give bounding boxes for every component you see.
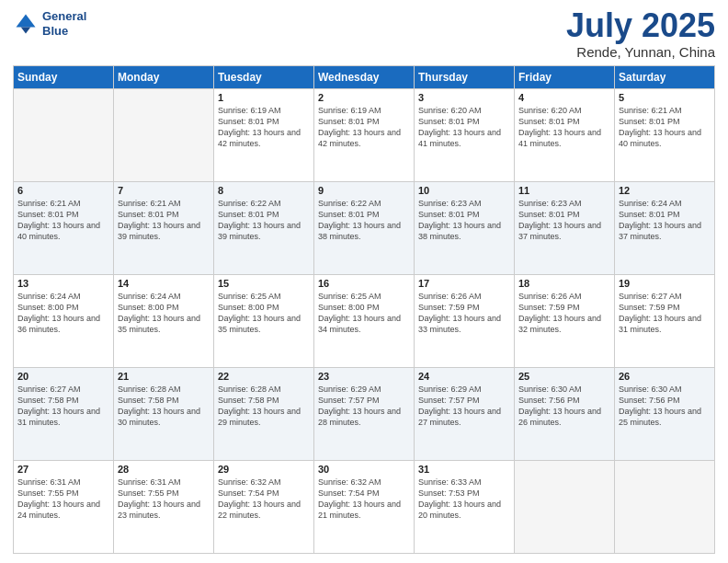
col-tuesday: Tuesday bbox=[214, 66, 314, 89]
table-row: 11Sunrise: 6:23 AM Sunset: 8:01 PM Dayli… bbox=[515, 182, 615, 275]
table-row: 23Sunrise: 6:29 AM Sunset: 7:57 PM Dayli… bbox=[314, 368, 415, 461]
day-info: Sunrise: 6:24 AM Sunset: 8:01 PM Dayligh… bbox=[619, 198, 711, 243]
day-info: Sunrise: 6:31 AM Sunset: 7:55 PM Dayligh… bbox=[118, 477, 210, 522]
calendar-week-row: 27Sunrise: 6:31 AM Sunset: 7:55 PM Dayli… bbox=[14, 461, 715, 554]
day-number: 1 bbox=[218, 92, 310, 103]
table-row bbox=[515, 461, 615, 554]
col-thursday: Thursday bbox=[415, 66, 515, 89]
table-row: 24Sunrise: 6:29 AM Sunset: 7:57 PM Dayli… bbox=[415, 368, 515, 461]
day-number: 28 bbox=[118, 464, 210, 475]
col-sunday: Sunday bbox=[14, 66, 114, 89]
day-number: 7 bbox=[118, 185, 210, 196]
day-number: 4 bbox=[518, 92, 610, 103]
table-row: 26Sunrise: 6:30 AM Sunset: 7:56 PM Dayli… bbox=[615, 368, 715, 461]
day-number: 9 bbox=[318, 185, 410, 196]
day-number: 22 bbox=[218, 371, 310, 382]
day-number: 14 bbox=[118, 278, 210, 289]
day-info: Sunrise: 6:27 AM Sunset: 7:59 PM Dayligh… bbox=[619, 291, 711, 336]
table-row: 21Sunrise: 6:28 AM Sunset: 7:58 PM Dayli… bbox=[114, 368, 214, 461]
day-info: Sunrise: 6:32 AM Sunset: 7:54 PM Dayligh… bbox=[318, 477, 410, 522]
day-info: Sunrise: 6:29 AM Sunset: 7:57 PM Dayligh… bbox=[318, 384, 410, 429]
table-row: 9Sunrise: 6:22 AM Sunset: 8:01 PM Daylig… bbox=[314, 182, 415, 275]
table-row: 19Sunrise: 6:27 AM Sunset: 7:59 PM Dayli… bbox=[615, 275, 715, 368]
table-row: 14Sunrise: 6:24 AM Sunset: 8:00 PM Dayli… bbox=[114, 275, 214, 368]
day-info: Sunrise: 6:22 AM Sunset: 8:01 PM Dayligh… bbox=[218, 198, 310, 243]
table-row: 25Sunrise: 6:30 AM Sunset: 7:56 PM Dayli… bbox=[515, 368, 615, 461]
day-info: Sunrise: 6:30 AM Sunset: 7:56 PM Dayligh… bbox=[619, 384, 711, 429]
table-row: 8Sunrise: 6:22 AM Sunset: 8:01 PM Daylig… bbox=[214, 182, 314, 275]
logo: General Blue bbox=[13, 9, 86, 38]
day-info: Sunrise: 6:26 AM Sunset: 7:59 PM Dayligh… bbox=[418, 291, 510, 336]
day-info: Sunrise: 6:21 AM Sunset: 8:01 PM Dayligh… bbox=[118, 198, 210, 243]
day-number: 17 bbox=[418, 278, 510, 289]
table-row: 29Sunrise: 6:32 AM Sunset: 7:54 PM Dayli… bbox=[214, 461, 314, 554]
calendar-week-row: 6Sunrise: 6:21 AM Sunset: 8:01 PM Daylig… bbox=[14, 182, 715, 275]
day-info: Sunrise: 6:24 AM Sunset: 8:00 PM Dayligh… bbox=[17, 291, 109, 336]
table-row bbox=[615, 461, 715, 554]
table-row bbox=[14, 89, 114, 182]
table-row: 4Sunrise: 6:20 AM Sunset: 8:01 PM Daylig… bbox=[515, 89, 615, 182]
title-block: July 2025 Rende, Yunnan, China bbox=[566, 9, 715, 60]
col-friday: Friday bbox=[515, 66, 615, 89]
table-row: 6Sunrise: 6:21 AM Sunset: 8:01 PM Daylig… bbox=[14, 182, 114, 275]
day-number: 15 bbox=[218, 278, 310, 289]
day-info: Sunrise: 6:21 AM Sunset: 8:01 PM Dayligh… bbox=[17, 198, 109, 243]
page: General Blue July 2025 Rende, Yunnan, Ch… bbox=[0, 0, 728, 563]
day-number: 6 bbox=[17, 185, 109, 196]
day-info: Sunrise: 6:23 AM Sunset: 8:01 PM Dayligh… bbox=[418, 198, 510, 243]
col-wednesday: Wednesday bbox=[314, 66, 415, 89]
day-info: Sunrise: 6:32 AM Sunset: 7:54 PM Dayligh… bbox=[218, 477, 310, 522]
day-number: 24 bbox=[418, 371, 510, 382]
day-info: Sunrise: 6:20 AM Sunset: 8:01 PM Dayligh… bbox=[518, 105, 610, 150]
day-number: 25 bbox=[518, 371, 610, 382]
table-row: 22Sunrise: 6:28 AM Sunset: 7:58 PM Dayli… bbox=[214, 368, 314, 461]
table-row: 15Sunrise: 6:25 AM Sunset: 8:00 PM Dayli… bbox=[214, 275, 314, 368]
day-info: Sunrise: 6:25 AM Sunset: 8:00 PM Dayligh… bbox=[218, 291, 310, 336]
table-row: 2Sunrise: 6:19 AM Sunset: 8:01 PM Daylig… bbox=[314, 89, 415, 182]
day-info: Sunrise: 6:31 AM Sunset: 7:55 PM Dayligh… bbox=[17, 477, 109, 522]
day-number: 29 bbox=[218, 464, 310, 475]
header: General Blue July 2025 Rende, Yunnan, Ch… bbox=[13, 9, 715, 60]
svg-marker-0 bbox=[17, 14, 36, 27]
table-row: 13Sunrise: 6:24 AM Sunset: 8:00 PM Dayli… bbox=[14, 275, 114, 368]
table-row: 5Sunrise: 6:21 AM Sunset: 8:01 PM Daylig… bbox=[615, 89, 715, 182]
table-row: 1Sunrise: 6:19 AM Sunset: 8:01 PM Daylig… bbox=[214, 89, 314, 182]
day-number: 31 bbox=[418, 464, 510, 475]
table-row: 30Sunrise: 6:32 AM Sunset: 7:54 PM Dayli… bbox=[314, 461, 415, 554]
table-row: 16Sunrise: 6:25 AM Sunset: 8:00 PM Dayli… bbox=[314, 275, 415, 368]
logo-icon bbox=[13, 11, 39, 37]
location-title: Rende, Yunnan, China bbox=[566, 44, 715, 60]
day-info: Sunrise: 6:19 AM Sunset: 8:01 PM Dayligh… bbox=[318, 105, 410, 150]
table-row: 27Sunrise: 6:31 AM Sunset: 7:55 PM Dayli… bbox=[14, 461, 114, 554]
table-row: 20Sunrise: 6:27 AM Sunset: 7:58 PM Dayli… bbox=[14, 368, 114, 461]
col-monday: Monday bbox=[114, 66, 214, 89]
table-row: 17Sunrise: 6:26 AM Sunset: 7:59 PM Dayli… bbox=[415, 275, 515, 368]
day-info: Sunrise: 6:20 AM Sunset: 8:01 PM Dayligh… bbox=[418, 105, 510, 150]
day-info: Sunrise: 6:33 AM Sunset: 7:53 PM Dayligh… bbox=[418, 477, 510, 522]
calendar-week-row: 1Sunrise: 6:19 AM Sunset: 8:01 PM Daylig… bbox=[14, 89, 715, 182]
table-row: 7Sunrise: 6:21 AM Sunset: 8:01 PM Daylig… bbox=[114, 182, 214, 275]
day-info: Sunrise: 6:28 AM Sunset: 7:58 PM Dayligh… bbox=[118, 384, 210, 429]
day-info: Sunrise: 6:28 AM Sunset: 7:58 PM Dayligh… bbox=[218, 384, 310, 429]
table-row: 3Sunrise: 6:20 AM Sunset: 8:01 PM Daylig… bbox=[415, 89, 515, 182]
logo-text: General Blue bbox=[42, 9, 86, 38]
month-title: July 2025 bbox=[566, 9, 715, 42]
day-info: Sunrise: 6:25 AM Sunset: 8:00 PM Dayligh… bbox=[318, 291, 410, 336]
day-number: 23 bbox=[318, 371, 410, 382]
day-number: 26 bbox=[619, 371, 711, 382]
day-number: 19 bbox=[619, 278, 711, 289]
day-number: 5 bbox=[619, 92, 711, 103]
table-row: 31Sunrise: 6:33 AM Sunset: 7:53 PM Dayli… bbox=[415, 461, 515, 554]
day-number: 10 bbox=[418, 185, 510, 196]
day-number: 3 bbox=[418, 92, 510, 103]
day-number: 13 bbox=[17, 278, 109, 289]
day-info: Sunrise: 6:23 AM Sunset: 8:01 PM Dayligh… bbox=[518, 198, 610, 243]
day-number: 12 bbox=[619, 185, 711, 196]
day-info: Sunrise: 6:22 AM Sunset: 8:01 PM Dayligh… bbox=[318, 198, 410, 243]
day-number: 27 bbox=[17, 464, 109, 475]
calendar-table: Sunday Monday Tuesday Wednesday Thursday… bbox=[13, 65, 715, 554]
table-row bbox=[114, 89, 214, 182]
day-number: 16 bbox=[318, 278, 410, 289]
table-row: 28Sunrise: 6:31 AM Sunset: 7:55 PM Dayli… bbox=[114, 461, 214, 554]
day-number: 2 bbox=[318, 92, 410, 103]
